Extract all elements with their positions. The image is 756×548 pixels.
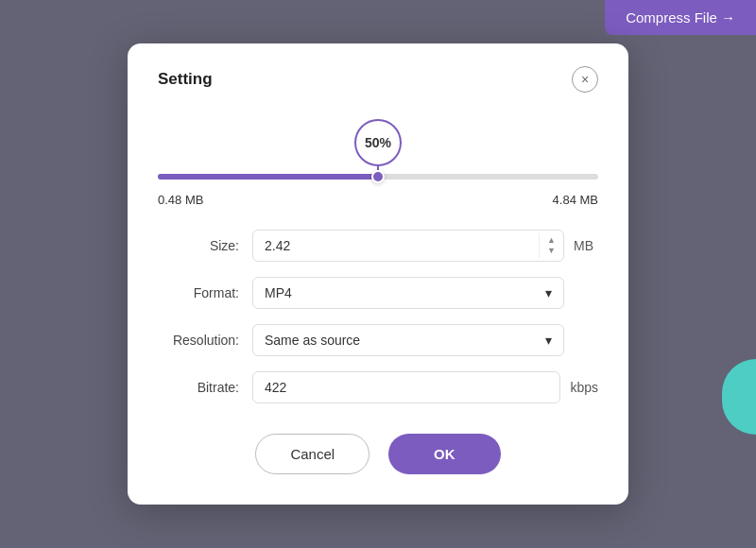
format-select-wrapper: MP4 ▾ [252,277,564,309]
slider-percent-bubble: 50% [354,119,402,166]
dialog-footer: Cancel OK [158,434,598,474]
resolution-row: Resolution: Same as source ▾ [158,324,598,356]
resolution-value: Same as source [265,333,360,348]
close-button[interactable]: × [572,66,598,93]
compress-file-button[interactable]: Compress File → [605,0,756,35]
format-label: Format: [158,285,252,300]
format-select[interactable]: MP4 ▾ [252,277,564,309]
size-decrement-button[interactable]: ▼ [545,246,558,256]
ok-button[interactable]: OK [388,434,501,474]
slider-track-fill [158,174,378,180]
dialog-header: Setting × [158,66,598,93]
bitrate-unit: kbps [560,380,598,395]
resolution-select-wrapper: Same as source ▾ [252,324,564,356]
close-icon: × [581,73,589,86]
bitrate-input[interactable] [252,371,560,403]
size-spinner-buttons: ▲ ▼ [539,233,563,258]
bitrate-label: Bitrate: [158,380,252,395]
resolution-label: Resolution: [158,333,252,348]
slider-thumb[interactable] [371,170,385,183]
compression-slider-section: 50% 0.48 MB 4.84 MB [158,119,598,207]
size-unit: MB [564,238,598,253]
bitrate-input-wrapper [252,371,560,403]
slider-bubble-row: 50% [158,119,598,166]
slider-percent-value: 50% [365,135,391,150]
cancel-button[interactable]: Cancel [255,434,369,474]
size-increment-button[interactable]: ▲ [545,235,558,246]
size-row: Size: ▲ ▼ MB [158,230,598,262]
slider-min-label: 0.48 MB [158,193,203,207]
format-row: Format: MP4 ▾ [158,277,598,309]
size-input[interactable] [253,231,539,261]
size-spinner-field: ▲ ▼ [252,230,564,262]
slider-track[interactable] [158,174,598,180]
size-label: Size: [158,238,252,253]
format-chevron-down-icon: ▾ [545,285,552,300]
size-input-wrapper: ▲ ▼ [252,230,564,262]
resolution-select[interactable]: Same as source ▾ [252,324,564,356]
resolution-chevron-down-icon: ▾ [545,333,552,348]
slider-labels: 0.48 MB 4.84 MB [158,193,598,207]
settings-dialog: Setting × 50% 0.48 MB 4.84 MB Size: [128,43,628,505]
dialog-title: Setting [158,70,213,89]
bitrate-row: Bitrate: kbps [158,371,598,403]
slider-max-label: 4.84 MB [553,193,598,207]
format-value: MP4 [265,285,292,300]
